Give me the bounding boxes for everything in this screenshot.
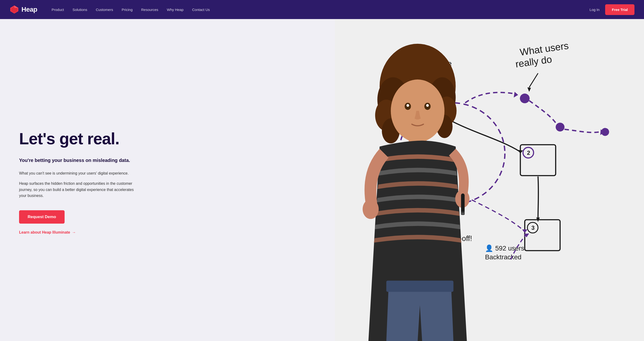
hero-headline: Let's get real. <box>19 130 320 147</box>
hero-content: Let's get real. You're betting your busi… <box>0 19 335 341</box>
svg-rect-24 <box>520 145 556 176</box>
hero-illustration: What you're tracking 1 What users really… <box>335 19 644 341</box>
nav-actions: Log In Free Trial <box>590 4 634 15</box>
illuminate-link-text: Learn about Heap Illuminate <box>19 230 70 235</box>
request-demo-button[interactable]: Request Demo <box>19 210 64 224</box>
free-trial-button[interactable]: Free Trial <box>605 4 634 15</box>
navbar: Heap Product Solutions Customers Pricing… <box>0 0 644 19</box>
arrow-icon: → <box>72 230 76 235</box>
svg-rect-62 <box>386 281 454 292</box>
svg-point-55 <box>406 104 409 107</box>
logo-text: Heap <box>22 6 37 13</box>
person-figure <box>335 19 505 341</box>
nav-link-contact-us[interactable]: Contact Us <box>192 8 210 12</box>
nav-link-pricing[interactable]: Pricing <box>122 8 132 12</box>
nav-link-why-heap[interactable]: Why Heap <box>167 8 184 12</box>
heap-logo-icon <box>10 5 19 14</box>
svg-line-12 <box>529 73 538 87</box>
svg-point-19 <box>520 94 530 103</box>
nav-link-solutions[interactable]: Solutions <box>72 8 87 12</box>
svg-point-57 <box>362 199 379 219</box>
logo[interactable]: Heap <box>10 5 37 14</box>
nav-link-resources[interactable]: Resources <box>141 8 158 12</box>
hero-scene: What you're tracking 1 What users really… <box>335 19 644 341</box>
svg-point-56 <box>426 104 429 107</box>
svg-point-20 <box>556 123 564 131</box>
svg-marker-13 <box>528 87 531 92</box>
svg-marker-18 <box>514 92 518 97</box>
svg-point-23 <box>601 128 609 136</box>
nav-links: Product Solutions Customers Pricing Reso… <box>52 8 590 12</box>
svg-rect-35 <box>525 220 560 251</box>
svg-rect-61 <box>462 213 464 215</box>
svg-marker-39 <box>522 230 528 233</box>
hero-section: Let's get real. You're betting your busi… <box>0 19 644 341</box>
hero-body-1: What you can't see is undermining your u… <box>19 170 138 176</box>
svg-marker-2 <box>14 5 18 8</box>
svg-rect-59 <box>461 194 464 214</box>
svg-text:2: 2 <box>527 150 530 156</box>
svg-marker-27 <box>518 150 523 154</box>
hero-body-2: Heap surfaces the hidden friction and op… <box>19 181 138 199</box>
hero-subheadline: You're betting your business on misleadi… <box>19 157 320 164</box>
nav-link-customers[interactable]: Customers <box>96 8 113 12</box>
login-link[interactable]: Log In <box>590 8 600 12</box>
learn-illuminate-link[interactable]: Learn about Heap Illuminate → <box>19 230 320 235</box>
svg-text:3: 3 <box>532 225 534 231</box>
nav-link-product[interactable]: Product <box>52 8 64 12</box>
